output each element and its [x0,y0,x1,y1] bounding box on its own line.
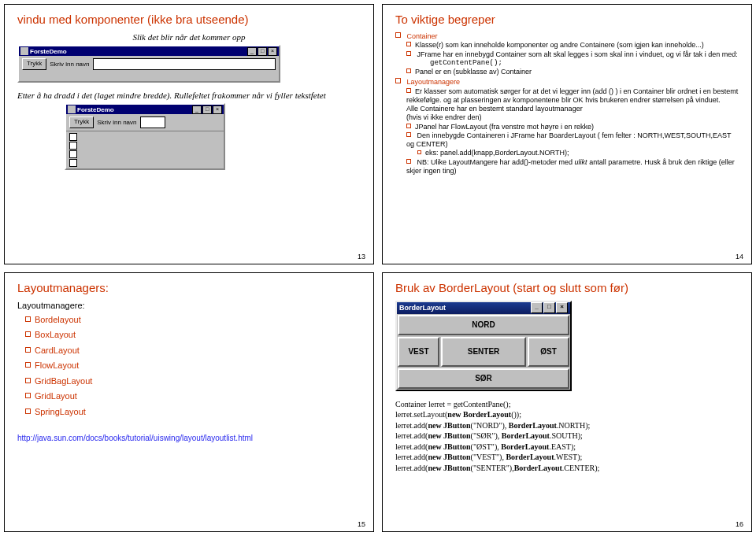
caption-2: Etter å ha dradd i det (laget mindre bre… [17,91,361,100]
slide-15: Layoutmanagers: Layoutmanagere: Bordelay… [4,272,374,533]
layout-item: BoxLayout [25,328,361,342]
layout-item: GridLayout [25,390,361,404]
window-buttons-2: _□× [192,105,222,114]
input-label: Skriv inn navn [50,61,89,68]
layout-item: GridBagLayout [25,375,361,389]
code-line: lerret.setLayout(new BorderLayout()); [395,409,739,420]
trykk-button-2[interactable]: Trykk [69,116,94,128]
slide-14: To viktige begreper Container Klasse(r) … [382,4,752,264]
layout-item: FlowLayout [25,359,361,373]
text-input-2[interactable] [140,116,165,128]
window-buttons: _□× [531,302,568,313]
lm-bullet-2-example: eks: panel.add(knapp,BorderLayout.NORTH)… [417,149,739,157]
window-buttons: _□× [247,47,277,56]
window-title-2: ForsteDemo [77,106,114,113]
code-line: lerret.add(new JButton("ØST"), BorderLay… [395,442,739,453]
java-icon [68,105,76,113]
code-line: lerret.add(new JButton("SENTER"),BorderL… [395,463,739,474]
lm-desc-1: Er klasser som automatisk sørger for at … [406,87,739,105]
text-input[interactable] [93,58,276,70]
south-button[interactable]: SØR [398,368,569,389]
lm-bullet-3-em: ulikt [575,158,587,166]
slide-16: Bruk av BorderLayout (start og slutt som… [382,272,752,533]
lm-bullet-1: JPanel har FlowLayout (fra venstre mot h… [406,123,739,131]
tutorial-link[interactable]: http://java.sun.com/docs/books/tutorial/… [17,434,253,442]
layout-item: SpringLayout [25,405,361,420]
west-button[interactable]: VEST [398,337,439,367]
subheading: Layoutmanagere: [17,301,361,310]
code-line: lerret.add(new JButton("VEST"), BorderLa… [395,452,739,463]
layout-item: Bordelayout [25,313,361,327]
lm-bullet-3a: NB: Ulike LayoutMangere har add()-metode… [417,158,575,166]
page-number: 14 [736,253,743,261]
page-number: 15 [358,520,365,528]
slide-title: To viktige begreper [395,13,739,26]
container-desc-2: JFrame har en innebygd Container som alt… [417,50,738,58]
window-mock-large: ForsteDemo _□× Trykk Skriv inn navn [17,45,280,83]
trykk-button[interactable]: Trykk [22,58,46,70]
container-desc-3: Panel er en (subklasse av) Container [406,68,739,76]
borderlayout-window: BorderLayout _□× NORD VEST SENTER ØST SØ… [395,301,572,391]
window-mock-small: ForsteDemo _□× Trykk Skriv inn navn [65,103,225,170]
slide-title: Layoutmanagers: [17,281,361,294]
window-title: ForsteDemo [30,48,67,55]
input-label-2: Skriv inn navn [97,119,136,126]
lm-bullet-2: Den innebygde Containeren i JFrame har B… [406,131,731,148]
layout-item: CardLayout [25,344,361,358]
code-block: Container lerret = getContentPane();lerr… [395,399,739,474]
center-button[interactable]: SENTER [441,337,526,367]
layoutmanager-heading: Layoutmanagere [407,78,461,86]
north-button[interactable]: NORD [398,315,569,335]
caption-1: Slik det blir når det kommer opp [17,32,361,42]
page-number: 16 [736,520,743,528]
slide-title: Bruk av BorderLayout (start og slutt som… [395,281,739,294]
window-title: BorderLayout [399,304,446,312]
slide-13: vindu med komponenter (ikke bra utseende… [4,4,374,264]
code-getcontentpane: getContentPane(); [430,59,739,68]
window-extra-rows [66,131,224,168]
container-desc-1: Klasse(r) som kan inneholde komponenter … [406,41,739,50]
lm-para-1: Alle Containere har en bestemt standard … [406,105,739,113]
container-heading: Container [407,32,438,40]
slide-title: vindu med komponenter (ikke bra utseende… [17,13,361,26]
code-line: lerret.add(new JButton("NORD"), BorderLa… [395,420,739,431]
code-line: lerret.add(new JButton("SØR"), BorderLay… [395,431,739,442]
lm-para-2: (hvis vi ikke endrer den) [406,113,739,122]
east-button[interactable]: ØST [528,337,569,367]
java-icon [20,47,28,55]
code-line: Container lerret = getContentPane(); [395,399,739,410]
page-number: 13 [358,253,365,261]
